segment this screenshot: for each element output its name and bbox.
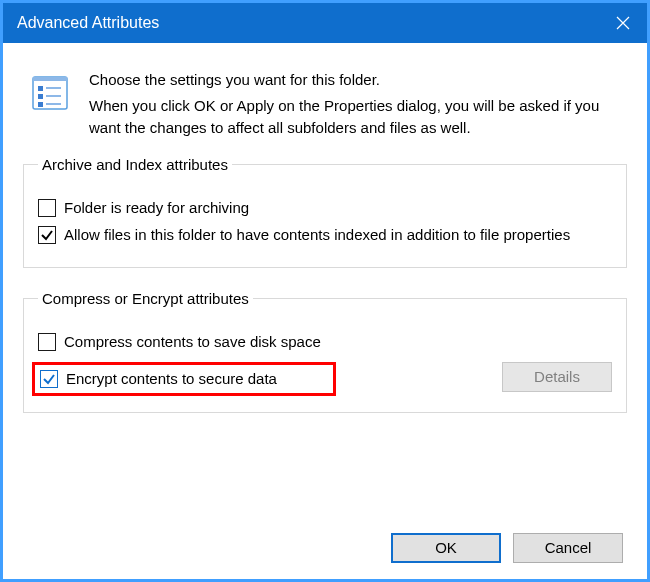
intro-sub-text: When you click OK or Apply on the Proper… <box>89 97 599 136</box>
svg-rect-2 <box>38 86 43 91</box>
dialog-title: Advanced Attributes <box>17 14 159 32</box>
encrypt-label: Encrypt contents to secure data <box>66 370 277 387</box>
index-checkbox[interactable] <box>38 226 56 244</box>
intro-text: Choose the settings you want for this fo… <box>89 69 623 138</box>
svg-rect-1 <box>33 77 67 81</box>
archive-index-legend: Archive and Index attributes <box>38 156 232 173</box>
encrypt-highlight: Encrypt contents to secure data <box>32 362 336 396</box>
compress-label: Compress contents to save disk space <box>64 331 612 352</box>
dialog-body: Choose the settings you want for this fo… <box>3 43 647 579</box>
titlebar: Advanced Attributes <box>3 3 647 43</box>
compress-encrypt-legend: Compress or Encrypt attributes <box>38 290 253 307</box>
close-icon <box>616 16 630 30</box>
compress-encrypt-group: Compress or Encrypt attributes Compress … <box>23 290 627 413</box>
compress-checkbox[interactable] <box>38 333 56 351</box>
folder-checklist-icon <box>27 69 73 115</box>
svg-rect-3 <box>46 87 61 89</box>
encrypt-checkbox[interactable] <box>40 370 58 388</box>
close-button[interactable] <box>599 3 647 43</box>
intro-main-text: Choose the settings you want for this fo… <box>89 69 623 91</box>
svg-rect-6 <box>38 102 43 107</box>
svg-rect-4 <box>38 94 43 99</box>
archive-index-group: Archive and Index attributes Folder is r… <box>23 156 627 268</box>
archive-checkbox[interactable] <box>38 199 56 217</box>
dialog-footer: OK Cancel <box>23 533 627 563</box>
advanced-attributes-dialog: Advanced Attributes <box>0 0 650 582</box>
cancel-button[interactable]: Cancel <box>513 533 623 563</box>
intro-section: Choose the settings you want for this fo… <box>27 69 623 138</box>
svg-rect-5 <box>46 95 61 97</box>
details-button: Details <box>502 362 612 392</box>
archive-label: Folder is ready for archiving <box>64 197 612 218</box>
index-label: Allow files in this folder to have conte… <box>64 224 612 245</box>
svg-rect-7 <box>46 103 61 105</box>
ok-button[interactable]: OK <box>391 533 501 563</box>
